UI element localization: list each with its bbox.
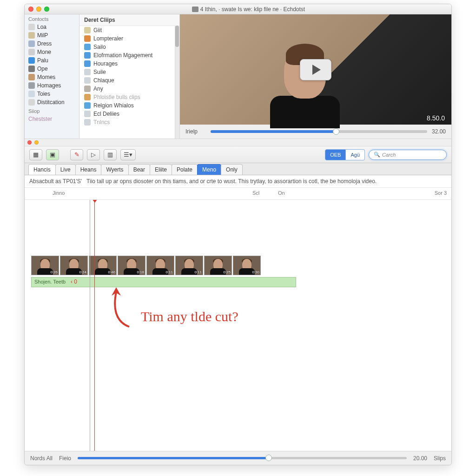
info-right: Tiio tall up ar opns diosoter on this ti… xyxy=(82,178,447,185)
clip-label: Lompteraler xyxy=(93,35,123,42)
sidebar-item[interactable]: Distitcation xyxy=(25,98,79,106)
tag-button[interactable]: ▷ xyxy=(87,149,100,160)
sidebar-item[interactable]: MilP xyxy=(25,31,79,40)
ruler-tick: Scl xyxy=(252,190,259,196)
zoom-handle[interactable] xyxy=(265,455,272,461)
clip-label: Tnlncs xyxy=(93,119,110,126)
tab-only[interactable]: Only xyxy=(221,164,243,175)
sidebar-item-label: MilP xyxy=(37,32,48,39)
timeline-thumb[interactable]: 0:11 xyxy=(175,256,203,275)
search-input[interactable]: 🔍 Carch xyxy=(369,150,447,160)
minimize-icon[interactable] xyxy=(36,7,41,12)
zoom-icon[interactable] xyxy=(44,7,49,12)
timeline-thumb[interactable]: 0:25 xyxy=(204,256,232,275)
tab-hancis[interactable]: Hancis xyxy=(28,164,56,175)
export-button[interactable]: ▣ xyxy=(46,149,59,160)
annotation-text: Tim any tlde cut? xyxy=(141,309,238,324)
clip-row[interactable]: Elofrmation Mgagement xyxy=(79,51,179,60)
timeline-thumb[interactable]: 0:26 xyxy=(31,256,59,275)
seg-agu[interactable]: Agü xyxy=(346,149,365,160)
timeline-thumb[interactable]: 0:11 xyxy=(146,256,174,275)
clip-icon xyxy=(84,94,91,100)
close-icon[interactable] xyxy=(27,140,32,145)
folder-icon xyxy=(28,99,35,106)
sidebar-item[interactable]: Chestster xyxy=(25,115,79,123)
sidebar-item[interactable]: Dress xyxy=(25,40,79,48)
clip-row[interactable]: Giit xyxy=(79,26,179,34)
record-button[interactable]: ▦ xyxy=(29,149,42,160)
clip-icon xyxy=(84,27,91,33)
clip-label: Hourages xyxy=(93,60,118,67)
sidebar-item-label: Ope xyxy=(37,66,48,72)
sidebar-item-label: Loa xyxy=(37,24,46,30)
scrub-track[interactable] xyxy=(211,130,427,133)
timeline-thumb[interactable]: 0:46 xyxy=(89,256,117,275)
seg-oeb[interactable]: OEB xyxy=(325,149,346,160)
ruler-tick: Jinno xyxy=(53,190,65,196)
marker-button[interactable]: ✎ xyxy=(70,149,83,160)
tab-eliite[interactable]: Eliite xyxy=(150,164,172,175)
search-icon: 🔍 xyxy=(374,152,380,158)
sidebar-item[interactable]: Mone xyxy=(25,48,79,56)
sidebar-item[interactable]: Momes xyxy=(25,73,79,81)
clip-row[interactable]: Relgion Whialos xyxy=(79,101,179,110)
timeline-thumb[interactable]: 0:30 xyxy=(233,256,261,275)
tab-bear[interactable]: Bear xyxy=(128,164,150,175)
clip-row[interactable]: Chlaque xyxy=(79,76,179,85)
close-icon[interactable] xyxy=(28,7,33,12)
tab-heans[interactable]: Heans xyxy=(75,164,102,175)
timeline[interactable]: 0:260:240:460:180:110:110:250:30 Shojen.… xyxy=(25,200,451,451)
titlebar: 4 Ithin, · swate Is we: klip file ne · E… xyxy=(25,4,451,14)
clip-label: Giit xyxy=(93,27,102,33)
sidebar-item[interactable]: Homages xyxy=(25,81,79,90)
clip-row[interactable]: Tnlncs xyxy=(79,118,179,126)
minimize-icon[interactable] xyxy=(34,140,39,145)
clip-label: Ecl Deliies xyxy=(93,111,119,117)
play-icon xyxy=(312,65,321,75)
tab-wyerts[interactable]: Wyerts xyxy=(101,164,128,175)
annotation-arrow-icon xyxy=(106,287,139,329)
video-track[interactable]: 0:260:240:460:180:110:110:250:30 xyxy=(31,256,261,275)
tab-polate[interactable]: Polate xyxy=(172,164,198,175)
sidebar-item[interactable]: Toies xyxy=(25,90,79,98)
video-canvas[interactable]: 8.50.0 xyxy=(180,14,451,125)
timeline-thumb[interactable]: 0:18 xyxy=(118,256,145,275)
clip-list-header: Deret Cliips xyxy=(79,14,179,26)
clip-label: Suile xyxy=(93,69,106,75)
clip-row[interactable]: Any xyxy=(79,85,179,93)
clip-list: Deret Cliips GiitLompteralerSailoElofrma… xyxy=(79,14,180,139)
list-button[interactable]: ☰▾ xyxy=(120,149,136,160)
layout-button[interactable]: ▥ xyxy=(104,149,117,160)
sidebar-section-header: Contocts xyxy=(25,14,79,23)
play-button[interactable] xyxy=(300,59,331,80)
folder-icon xyxy=(28,32,35,39)
folder-icon xyxy=(28,24,35,30)
scrub-label: Irielp xyxy=(185,128,206,135)
playhead[interactable] xyxy=(94,200,95,451)
thumb-timecode: 0:25 xyxy=(223,270,231,274)
sidebar-item[interactable]: Palu xyxy=(25,56,79,65)
tab-meno[interactable]: Meno xyxy=(197,164,221,175)
sidebar-item[interactable]: Ope xyxy=(25,65,79,73)
scrollbar-thumb[interactable] xyxy=(175,26,179,47)
audio-track[interactable]: Shojen. Teetb ‹ 0 xyxy=(31,277,296,287)
clip-row[interactable]: Ecl Deliies xyxy=(79,110,179,118)
clip-row[interactable]: Lompteraler xyxy=(79,34,179,43)
clip-row[interactable]: Phloistle bulls clips xyxy=(79,93,179,101)
clip-row[interactable]: Hourages xyxy=(79,60,179,68)
time-ruler[interactable]: Jinno Scl On Sor 3 xyxy=(25,188,451,200)
timeline-thumb[interactable]: 0:24 xyxy=(60,256,88,275)
zoom-slider[interactable] xyxy=(78,457,407,459)
tab-live[interactable]: Live xyxy=(55,164,76,175)
clip-label: Elofrmation Mgagement xyxy=(93,52,152,59)
sidebar-item-label: Mone xyxy=(37,49,51,55)
scrub-handle[interactable] xyxy=(333,128,339,135)
pencil-icon: ✎ xyxy=(74,151,79,158)
zoom-value: 20.00 xyxy=(413,455,427,462)
ruler-tick: On xyxy=(278,190,285,196)
folder-icon xyxy=(28,49,35,55)
sidebar-item[interactable]: Loa xyxy=(25,23,79,31)
thumb-timecode: 0:11 xyxy=(194,270,202,274)
clip-row[interactable]: Suile xyxy=(79,68,179,76)
clip-row[interactable]: Sailo xyxy=(79,43,179,51)
